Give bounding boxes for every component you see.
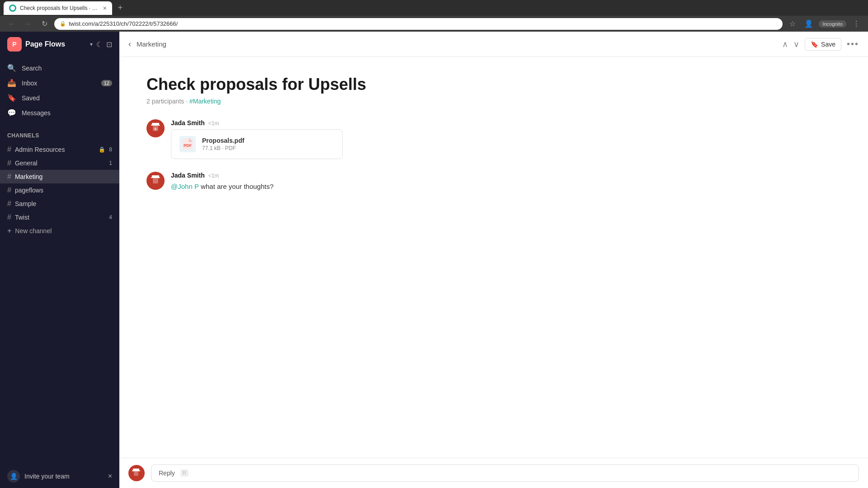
messages-icon: 💬	[7, 108, 16, 117]
channel-badge-admin: 8	[109, 146, 112, 153]
svg-text:+: +	[154, 127, 157, 131]
avatar-initials: +	[150, 122, 161, 135]
back-button[interactable]: ‹	[128, 39, 131, 49]
svg-rect-10	[151, 177, 160, 178]
file-attachment[interactable]: PDF Proposals.pdf 77.1 kB · PDF	[171, 129, 343, 159]
workspace-name: Page Flows	[25, 40, 86, 48]
sidebar-search-label: Search	[22, 65, 112, 72]
sidebar-item-admin-resources[interactable]: # Admin Resources 🔒 8	[0, 143, 119, 156]
message-2-body-text: what are your thoughts?	[201, 183, 274, 190]
profile-icon[interactable]: 👤	[802, 18, 815, 30]
channel-name-pageflows: pageflows	[15, 187, 112, 194]
inbox-badge: 12	[101, 80, 112, 86]
sidebar-header: P Page Flows ▾ ☾ ⊡	[0, 32, 119, 57]
address-text: twist.com/a/225310/ch/702222/t/5732666/	[69, 20, 777, 27]
reload-button[interactable]: ↻	[38, 18, 51, 30]
svg-text:PDF: PDF	[184, 143, 192, 148]
main-content: ‹ Marketing ∧ ∨ 🔖 Save ••• Check proposa…	[119, 32, 868, 488]
breadcrumb: Marketing	[137, 40, 166, 48]
browser-navbar: ← → ↻ 🔒 twist.com/a/225310/ch/702222/t/5…	[0, 16, 868, 32]
channel-name-admin: Admin Resources	[15, 146, 95, 153]
plus-icon: +	[7, 227, 11, 235]
sidebar-item-twist[interactable]: # Twist 4	[0, 211, 119, 224]
browser-right-icons: ☆ 👤 Incognito ⋮	[786, 18, 863, 30]
inbox-icon: 📥	[7, 79, 16, 87]
reply-bar: Reply R	[119, 458, 868, 488]
add-channel-button[interactable]: + New channel	[0, 224, 119, 238]
forward-button[interactable]: →	[22, 18, 34, 30]
sidebar-item-general[interactable]: # General 1	[0, 156, 119, 170]
layout-icon[interactable]: ⊡	[106, 40, 112, 49]
message-2-header: Jada Smith <1m	[171, 172, 841, 179]
sidebar-item-search[interactable]: 🔍 Search	[0, 61, 119, 75]
svg-rect-12	[133, 469, 139, 470]
topbar: ‹ Marketing ∧ ∨ 🔖 Save •••	[119, 32, 868, 57]
svg-rect-13	[132, 470, 140, 471]
channels-section-header: Channels	[0, 124, 119, 143]
svg-rect-11	[153, 178, 158, 183]
tab-close-button[interactable]: ×	[103, 5, 107, 12]
invite-label: Invite your team	[24, 473, 104, 480]
save-button[interactable]: 🔖 Save	[805, 38, 841, 51]
navigate-down-button[interactable]: ∨	[793, 39, 799, 49]
menu-icon[interactable]: ⋮	[850, 18, 863, 30]
saved-icon: 🔖	[7, 94, 16, 102]
message-1: + Jada Smith <1m PDF	[146, 119, 841, 159]
sidebar-nav: 🔍 Search 📥 Inbox 12 🔖 Saved 💬 Messages	[0, 57, 119, 124]
sidebar-item-pageflows[interactable]: # pageflows	[0, 183, 119, 197]
back-button[interactable]: ←	[5, 18, 18, 30]
browser-chrome: Check proposals for Upsells · Pa... × + …	[0, 0, 868, 32]
file-meta: 77.1 kB · PDF	[202, 145, 334, 151]
browser-tabs: Check proposals for Upsells · Pa... × +	[0, 0, 868, 16]
avatar-jada-2	[146, 172, 165, 190]
hash-icon: #	[7, 173, 11, 181]
sidebar-item-messages[interactable]: 💬 Messages	[0, 105, 119, 120]
thread-area: Check proposals for Upsells 2 participan…	[119, 57, 868, 458]
file-info: Proposals.pdf 77.1 kB · PDF	[202, 137, 334, 151]
thread-meta: 2 participants · #Marketing	[146, 98, 841, 105]
svg-point-0	[10, 6, 15, 10]
add-channel-label: New channel	[15, 227, 52, 235]
sidebar-item-inbox[interactable]: 📥 Inbox 12	[0, 75, 119, 90]
workspace-logo: P	[7, 37, 22, 52]
reply-avatar	[128, 465, 145, 481]
reply-input[interactable]: Reply R	[151, 465, 859, 482]
address-bar[interactable]: 🔒 twist.com/a/225310/ch/702222/t/5732666…	[54, 18, 783, 30]
sidebar-saved-label: Saved	[22, 94, 112, 102]
channel-name-sample: Sample	[15, 200, 112, 207]
message-1-header: Jada Smith <1m	[171, 119, 841, 127]
hash-icon: #	[7, 145, 11, 154]
channel-badge-general: 1	[109, 160, 112, 166]
channel-name-twist: Twist	[15, 214, 105, 221]
avatar-initials-2	[150, 174, 161, 187]
workspace-dropdown-icon[interactable]: ▾	[90, 41, 93, 47]
mention-johnp[interactable]: @John P	[171, 183, 199, 190]
sidebar-item-saved[interactable]: 🔖 Saved	[0, 90, 119, 105]
sidebar-item-marketing[interactable]: # Marketing	[0, 170, 119, 183]
message-2-text: @John P what are your thoughts?	[171, 182, 841, 192]
message-2: Jada Smith <1m @John P what are your tho…	[146, 172, 841, 192]
thread-title: Check proposals for Upsells	[146, 75, 841, 94]
channel-name-marketing: Marketing	[15, 173, 112, 180]
hash-icon: #	[7, 213, 11, 221]
svg-rect-9	[152, 175, 159, 177]
app: P Page Flows ▾ ☾ ⊡ 🔍 Search 📥 Inbox 12 🔖…	[0, 32, 868, 488]
tab-title: Check proposals for Upsells · Pa...	[20, 5, 99, 11]
channel-link[interactable]: #Marketing	[189, 98, 221, 105]
sidebar-messages-label: Messages	[22, 109, 112, 117]
file-name: Proposals.pdf	[202, 137, 334, 144]
new-tab-button[interactable]: +	[114, 2, 127, 14]
message-2-body: Jada Smith <1m @John P what are your tho…	[171, 172, 841, 192]
more-options-button[interactable]: •••	[847, 39, 859, 49]
bookmark-icon[interactable]: ☆	[786, 18, 799, 30]
save-label: Save	[821, 41, 835, 48]
active-tab[interactable]: Check proposals for Upsells · Pa... ×	[4, 1, 112, 15]
svg-rect-14	[134, 471, 138, 476]
channels-title: Channels	[7, 132, 39, 139]
sidebar-header-icons: ☾ ⊡	[96, 40, 112, 49]
moon-icon[interactable]: ☾	[96, 40, 103, 49]
navigate-up-button[interactable]: ∧	[782, 39, 788, 49]
sidebar-item-sample[interactable]: # Sample	[0, 197, 119, 211]
invite-close-button[interactable]: ×	[108, 472, 112, 480]
invite-icon: 👤	[7, 470, 20, 483]
